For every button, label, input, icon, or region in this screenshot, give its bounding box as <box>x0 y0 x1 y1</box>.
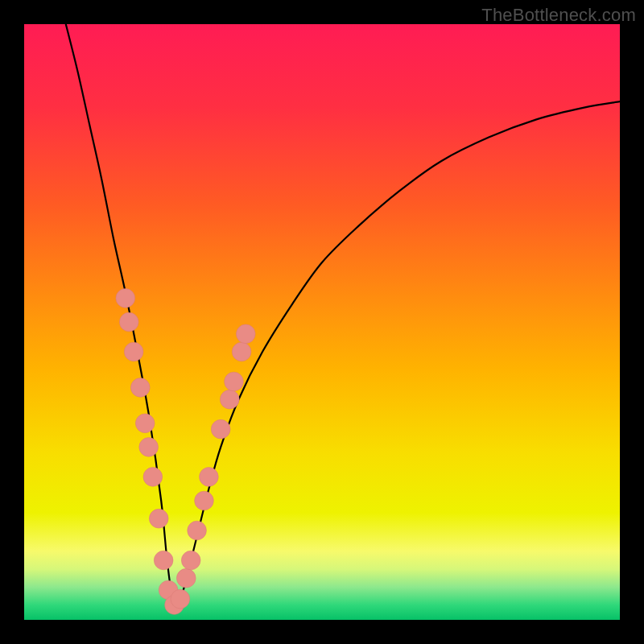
plot-area <box>24 24 620 620</box>
sample-dot <box>176 568 196 588</box>
sample-dot <box>225 372 244 391</box>
sample-dot <box>200 468 219 487</box>
sample-dot <box>124 342 143 361</box>
sample-dot <box>119 312 138 332</box>
sample-dot <box>232 342 251 361</box>
watermark-text: TheBottleneck.com <box>481 5 636 26</box>
sample-dot <box>181 551 200 570</box>
sample-dot <box>236 324 255 344</box>
sample-dot <box>154 551 173 570</box>
sample-dot <box>130 378 150 398</box>
sample-dot <box>116 289 135 308</box>
sample-dot <box>143 468 163 487</box>
sample-dot <box>188 521 207 540</box>
sample-dot <box>139 438 159 457</box>
chart-svg <box>24 24 620 620</box>
sample-dot <box>211 419 230 439</box>
sample-dot <box>135 414 155 433</box>
gradient-background <box>24 24 620 620</box>
sample-dot <box>171 589 190 609</box>
sample-dot <box>149 509 168 528</box>
sample-dot <box>220 390 239 409</box>
sample-dot <box>195 491 214 510</box>
chart-frame: TheBottleneck.com <box>0 0 644 644</box>
